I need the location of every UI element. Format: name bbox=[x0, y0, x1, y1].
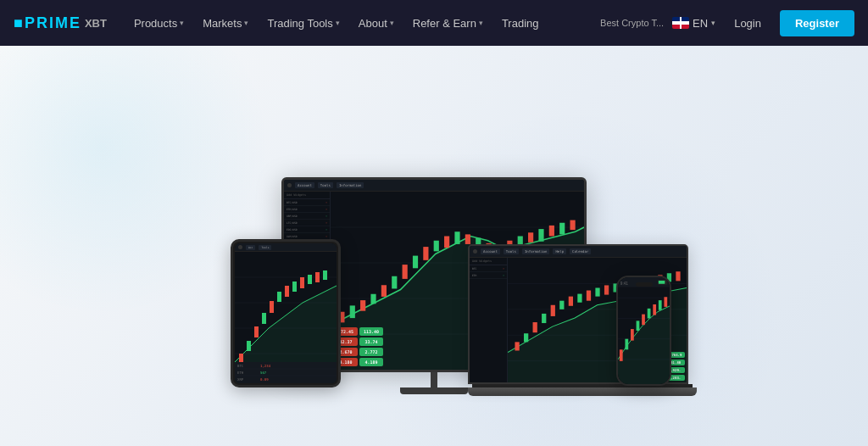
register-button[interactable]: Register bbox=[780, 10, 854, 36]
svg-rect-24 bbox=[538, 229, 543, 242]
sidebar-row-3: LTC/USD ─ bbox=[284, 220, 330, 226]
svg-rect-83 bbox=[620, 349, 623, 361]
screen-header: Account Tools Information bbox=[284, 180, 584, 192]
svg-rect-58 bbox=[247, 341, 251, 351]
svg-rect-89 bbox=[653, 304, 656, 315]
svg-rect-27 bbox=[570, 220, 576, 231]
svg-rect-37 bbox=[551, 305, 555, 316]
svg-rect-66 bbox=[308, 275, 312, 284]
svg-rect-12 bbox=[413, 256, 418, 269]
price-box-row-3: 4.180 4.189 bbox=[334, 358, 383, 366]
hero-section: Account Tools Information Add Widgets BT… bbox=[0, 46, 868, 446]
svg-rect-65 bbox=[300, 277, 304, 288]
price-box-xrp-buy: 2.772 bbox=[359, 348, 383, 356]
svg-rect-40 bbox=[577, 294, 581, 303]
phone-chart: 9:41 bbox=[618, 277, 670, 384]
svg-rect-95 bbox=[659, 281, 665, 284]
svg-rect-25 bbox=[549, 226, 554, 237]
nav-item-products[interactable]: Products ▾ bbox=[125, 12, 192, 35]
nav-item-refer-earn[interactable]: Refer & Earn ▾ bbox=[404, 12, 492, 35]
laptop-base bbox=[468, 387, 697, 396]
chevron-down-icon: ▾ bbox=[244, 19, 248, 27]
svg-rect-38 bbox=[559, 301, 564, 309]
sidebar-title: Add Widgets bbox=[284, 192, 330, 199]
svg-rect-33 bbox=[515, 342, 519, 350]
svg-rect-59 bbox=[254, 326, 259, 337]
laptop-tools-tab[interactable]: Tools bbox=[504, 248, 519, 254]
information-tab[interactable]: Information bbox=[337, 182, 364, 188]
svg-rect-14 bbox=[434, 241, 439, 252]
svg-rect-36 bbox=[542, 314, 546, 323]
nav-item-markets[interactable]: Markets ▾ bbox=[194, 12, 257, 35]
nav-item-about[interactable]: About ▾ bbox=[350, 12, 403, 35]
account-tab[interactable]: Account bbox=[295, 182, 314, 188]
tablet-screen: Acc Tools bbox=[235, 243, 337, 383]
svg-rect-61 bbox=[270, 301, 274, 313]
uk-flag-icon bbox=[672, 17, 689, 29]
svg-rect-84 bbox=[625, 339, 628, 350]
login-button[interactable]: Login bbox=[724, 12, 771, 35]
svg-rect-42 bbox=[595, 287, 599, 296]
svg-rect-85 bbox=[631, 329, 634, 341]
logo[interactable]: ■PRIME XBT bbox=[14, 14, 115, 32]
tablet-body: Acc Tools bbox=[231, 239, 341, 387]
price-boxes-monitor: 172.45 113.40 32.37 33.74 2.670 2.772 bbox=[334, 327, 383, 366]
nav-item-trading-tools[interactable]: Trading Tools ▾ bbox=[259, 12, 348, 35]
svg-rect-26 bbox=[559, 223, 565, 235]
tablet-tab-2[interactable]: Tools bbox=[259, 245, 271, 250]
tablet-tab-1[interactable]: Acc bbox=[246, 245, 255, 250]
laptop-sidebar-title: Add Widgets bbox=[470, 258, 507, 265]
laptop-account-tab[interactable]: Account bbox=[481, 248, 500, 254]
logo-xbt-text: XBT bbox=[85, 17, 107, 30]
laptop-info-tab[interactable]: Information bbox=[522, 248, 550, 254]
ticker-text: Best Crypto T... bbox=[600, 18, 664, 28]
trading-screen-tablet: Acc Tools bbox=[235, 243, 337, 383]
laptop-help-tab[interactable]: Help bbox=[553, 248, 566, 254]
svg-rect-63 bbox=[285, 286, 289, 297]
laptop-sidebar-row-0: BTC ─ bbox=[470, 265, 507, 272]
svg-rect-51 bbox=[676, 271, 680, 281]
nav-item-trading[interactable]: Trading bbox=[493, 12, 548, 35]
tablet-device: Acc Tools bbox=[231, 239, 341, 387]
svg-rect-7 bbox=[360, 300, 365, 311]
svg-text:0.89: 0.89 bbox=[260, 377, 269, 382]
svg-rect-8 bbox=[370, 294, 376, 304]
phone-device: 9:41 bbox=[616, 276, 671, 386]
svg-text:ETH: ETH bbox=[237, 371, 244, 375]
svg-rect-16 bbox=[454, 231, 459, 244]
nav-links: Products ▾ Markets ▾ Trading Tools ▾ Abo… bbox=[125, 12, 600, 35]
price-box-btc-buy: 113.40 bbox=[359, 327, 383, 336]
language-selector[interactable]: EN ▾ bbox=[672, 17, 715, 30]
sidebar-row-4: EOS/USD ─ bbox=[284, 226, 330, 233]
svg-text:XRP: XRP bbox=[237, 377, 244, 382]
price-box-ltc-buy: 4.189 bbox=[359, 358, 383, 366]
svg-rect-86 bbox=[637, 321, 640, 331]
sidebar-row-2: XRP/USD ─ bbox=[284, 213, 330, 220]
svg-rect-87 bbox=[642, 315, 645, 326]
svg-rect-67 bbox=[315, 272, 320, 282]
devices-showcase: Account Tools Information Add Widgets BT… bbox=[146, 64, 722, 428]
tablet-chart: BTC ETH XRP 1,234 567 0.89 bbox=[235, 252, 337, 383]
svg-rect-43 bbox=[604, 285, 609, 294]
svg-rect-62 bbox=[277, 292, 281, 302]
chevron-down-icon: ▾ bbox=[336, 19, 340, 27]
laptop-sidebar: Add Widgets BTC ─ ETH ─ bbox=[470, 258, 508, 382]
svg-rect-9 bbox=[381, 285, 387, 297]
price-box-eth-buy: 33.74 bbox=[359, 337, 383, 346]
laptop-sidebar-row-1: ETH ─ bbox=[470, 272, 507, 279]
monitor-stand-neck bbox=[431, 372, 437, 387]
laptop-calendar-tab[interactable]: Calendar bbox=[570, 248, 591, 254]
phone-body: 9:41 bbox=[616, 276, 671, 386]
tablet-content: BTC ETH XRP 1,234 567 0.89 bbox=[235, 252, 337, 383]
svg-rect-10 bbox=[392, 276, 397, 289]
svg-rect-17 bbox=[465, 234, 470, 244]
svg-text:9:41: 9:41 bbox=[620, 282, 628, 286]
chevron-down-icon: ▾ bbox=[180, 19, 184, 27]
tablet-header: Acc Tools bbox=[235, 243, 337, 252]
laptop-header-dot bbox=[473, 249, 477, 254]
svg-rect-35 bbox=[533, 322, 537, 332]
tools-tab[interactable]: Tools bbox=[318, 182, 333, 188]
svg-rect-13 bbox=[423, 247, 428, 260]
sidebar-row-1: ETH/USD ─ bbox=[284, 206, 330, 213]
header-logo-dot bbox=[287, 183, 292, 187]
